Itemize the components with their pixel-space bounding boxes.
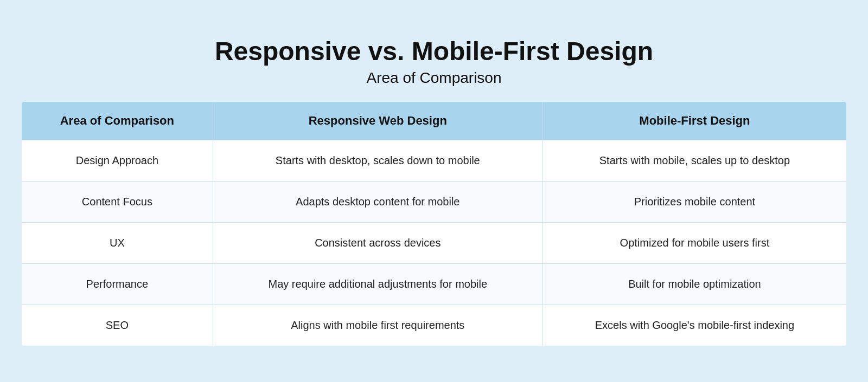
cell-mobile-first: Prioritizes mobile content [542,182,846,223]
table-row: Content FocusAdapts desktop content for … [22,182,846,223]
cell-mobile-first: Starts with mobile, scales up to desktop [542,140,846,182]
table-row: PerformanceMay require additional adjust… [22,264,846,305]
cell-area: Performance [22,264,213,305]
table-header-row: Area of Comparison Responsive Web Design… [22,102,846,140]
cell-mobile-first: Optimized for mobile users first [542,223,846,264]
table-row: Design ApproachStarts with desktop, scal… [22,140,846,182]
header-area: Area of Comparison [22,102,213,140]
header-mobile-first: Mobile-First Design [542,102,846,140]
page-title: Responsive vs. Mobile-First Design [215,36,653,66]
cell-responsive: Starts with desktop, scales down to mobi… [213,140,542,182]
cell-area: SEO [22,305,213,346]
cell-responsive: Aligns with mobile first requirements [213,305,542,346]
page-subtitle: Area of Comparison [366,69,501,87]
table-row: SEOAligns with mobile first requirements… [22,305,846,346]
cell-mobile-first: Built for mobile optimization [542,264,846,305]
cell-responsive: May require additional adjustments for m… [213,264,542,305]
cell-responsive: Adapts desktop content for mobile [213,182,542,223]
table-row: UXConsistent across devicesOptimized for… [22,223,846,264]
cell-area: UX [22,223,213,264]
cell-area: Design Approach [22,140,213,182]
cell-responsive: Consistent across devices [213,223,542,264]
comparison-table: Area of Comparison Responsive Web Design… [22,102,846,346]
cell-area: Content Focus [22,182,213,223]
cell-mobile-first: Excels with Google's mobile-first indexi… [542,305,846,346]
header-responsive: Responsive Web Design [213,102,542,140]
